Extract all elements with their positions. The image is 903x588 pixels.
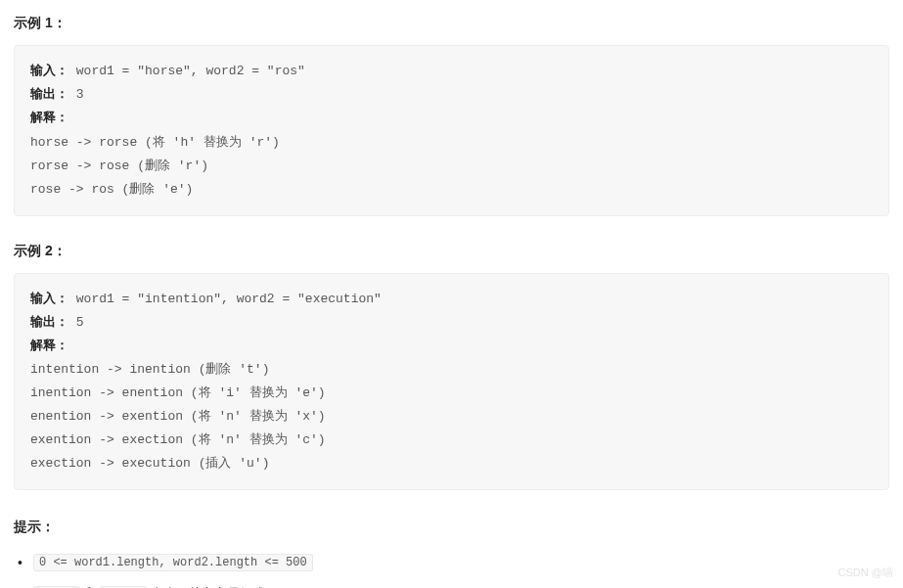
explain-line: exection -> execution (插入 'u') <box>30 456 269 471</box>
output-value: 5 <box>76 315 84 330</box>
explain-label: 解释： <box>30 111 68 125</box>
hints-list: 0 <= word1.length, word2.length <= 500 w… <box>14 552 889 588</box>
output-label: 输出： <box>30 315 68 330</box>
hint-code: 0 <= word1.length, word2.length <= 500 <box>33 554 313 571</box>
input-label: 输入： <box>30 64 68 78</box>
explain-line: intention -> inention (删除 't') <box>30 362 269 377</box>
input-value: word1 = "horse", word2 = "ros" <box>76 64 305 78</box>
explain-line: horse -> rorse (将 'h' 替换为 'r') <box>30 135 280 150</box>
explain-line: exention -> exection (将 'n' 替换为 'c') <box>30 432 326 447</box>
hints-heading: 提示： <box>14 516 889 537</box>
input-value: word1 = "intention", word2 = "execution" <box>76 292 382 306</box>
hint-item: word1 和 word2 由小写英文字母组成 <box>18 584 889 588</box>
explain-line: enention -> exention (将 'n' 替换为 'x') <box>30 409 326 424</box>
output-value: 3 <box>76 87 84 102</box>
example-2-code-block: 输入： word1 = "intention", word2 = "execut… <box>14 273 889 490</box>
example-1-code-block: 输入： word1 = "horse", word2 = "ros" 输出： 3… <box>14 45 889 215</box>
explain-label: 解释： <box>30 339 68 353</box>
explain-line: rorse -> rose (删除 'r') <box>30 158 208 173</box>
explain-line: rose -> ros (删除 'e') <box>30 182 193 197</box>
explain-line: inention -> enention (将 'i' 替换为 'e') <box>30 385 326 400</box>
example-2-heading: 示例 2： <box>14 240 889 261</box>
output-label: 输出： <box>30 87 68 102</box>
example-1-heading: 示例 1： <box>14 12 889 33</box>
watermark: CSDN @喵 <box>838 565 893 582</box>
hint-item: 0 <= word1.length, word2.length <= 500 <box>18 552 889 572</box>
input-label: 输入： <box>30 292 68 306</box>
